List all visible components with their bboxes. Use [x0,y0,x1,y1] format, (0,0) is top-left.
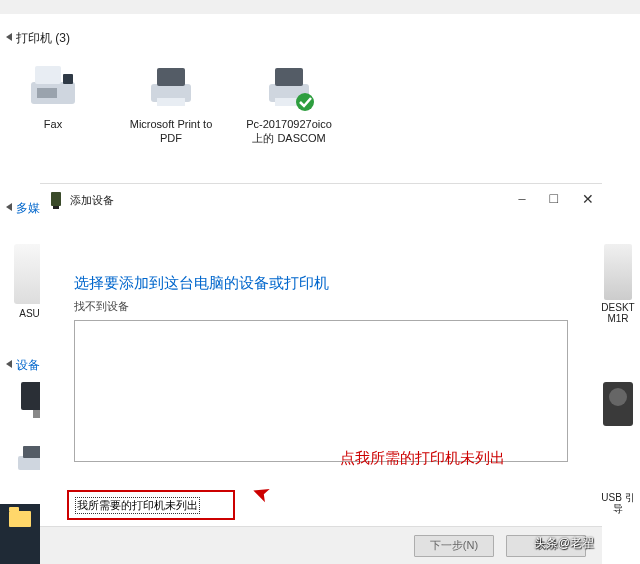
printer-icon [141,54,201,114]
annotation-arrow-icon: ➤ [248,478,274,509]
device-item-usb[interactable]: USB 引导 [600,490,636,514]
chevron-left-icon [6,203,12,211]
printer-default-icon [259,54,319,114]
devices-section-header[interactable]: 设备 [6,357,40,374]
close-button[interactable]: ✕ [582,191,594,208]
minimize-button[interactable]: – [519,191,526,207]
dialog-title: 添加设备 [70,193,114,208]
dialog-button-bar: 下一步(N) 取消 [40,526,602,564]
printers-count-label: 打印机 (3) [16,31,70,45]
fax-icon [23,54,83,114]
dialog-heading: 选择要添加到这台电脑的设备或打印机 [74,274,568,293]
svg-rect-13 [51,192,61,206]
printer-label: Fax [8,118,98,132]
multimedia-section-header[interactable]: 多媒 [6,200,40,217]
svg-rect-6 [157,98,185,106]
svg-rect-14 [53,206,59,209]
printer-not-listed-link[interactable]: 我所需要的打印机未列出 [76,498,199,513]
device-label: DESKT M1R [600,302,636,324]
taskbar-folder[interactable] [2,504,38,534]
device-listbox[interactable] [74,320,568,462]
svg-rect-3 [37,88,57,98]
device-item-speaker[interactable] [600,382,636,426]
dialog-subtext: 找不到设备 [74,299,568,314]
chevron-left-icon [6,33,12,41]
svg-rect-1 [35,66,61,84]
printers-section-header[interactable]: 打印机 (3) [6,30,70,47]
svg-rect-2 [63,74,73,84]
add-device-dialog: 添加设备 – □ ✕ 选择要添加到这台电脑的设备或打印机 找不到设备 点我所需的… [40,183,602,564]
printer-label: Microsoft Print to PDF [126,118,216,146]
taskbar-fragment [0,504,40,564]
printer-item-dascom[interactable]: Pc-20170927oico 上的 DASCOM [244,54,334,146]
multimedia-label: 多媒 [16,201,40,215]
device-icon [48,190,64,213]
watermark: 头条@老翟 [534,535,594,552]
device-item-desktop[interactable]: DESKT M1R [600,244,636,324]
chevron-left-icon [6,360,12,368]
svg-point-10 [296,93,314,111]
svg-rect-5 [157,68,185,86]
devices-label: 设备 [16,358,40,372]
svg-rect-8 [275,68,303,86]
printer-label: Pc-20170927oico 上的 DASCOM [244,118,334,146]
device-label: USB 引导 [600,492,636,514]
maximize-button[interactable]: □ [550,191,558,207]
printer-item-fax[interactable]: Fax [8,54,98,146]
annotation-text: 点我所需的打印机未列出 [340,449,505,468]
printers-grid: Fax Microsoft Print to PDF Pc-20170927oi… [8,54,334,146]
next-button[interactable]: 下一步(N) [414,535,494,557]
printer-item-ms-pdf[interactable]: Microsoft Print to PDF [126,54,216,146]
